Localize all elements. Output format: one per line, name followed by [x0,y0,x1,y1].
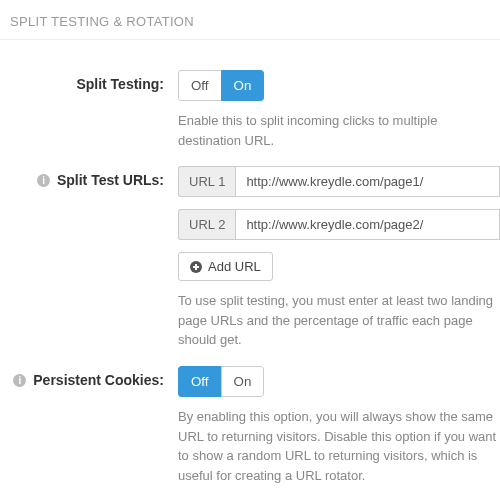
label-split-urls-text: Split Test URLs: [57,172,164,188]
control-split-urls: URL 1 URL 2 Add URL To use split testing… [178,166,500,350]
url-2-group: URL 2 [178,209,500,240]
help-split-urls: To use split testing, you must enter at … [178,291,500,350]
label-split-testing: Split Testing: [0,70,178,92]
persistent-cookies-off-button[interactable]: Off [178,366,222,397]
section-title: SPLIT TESTING & ROTATION [10,14,194,29]
url-1-group: URL 1 [178,166,500,197]
label-split-testing-text: Split Testing: [76,76,164,92]
label-persistent-cookies: i Persistent Cookies: [0,366,178,388]
url-2-input[interactable] [235,209,500,240]
control-split-testing: Off On Enable this to split incoming cli… [178,70,500,150]
url-1-addon: URL 1 [178,166,235,197]
label-split-urls: i Split Test URLs: [0,166,178,188]
control-persistent-cookies: Off On By enabling this option, you will… [178,366,500,485]
plus-circle-icon [190,261,202,273]
add-url-label: Add URL [208,259,261,274]
split-testing-off-button[interactable]: Off [178,70,222,101]
section-header: SPLIT TESTING & ROTATION [0,0,500,40]
info-icon[interactable]: i [13,374,26,387]
label-persistent-cookies-text: Persistent Cookies: [33,372,164,388]
row-persistent-cookies: i Persistent Cookies: Off On By enabling… [0,366,500,485]
row-split-testing: Split Testing: Off On Enable this to spl… [0,70,500,150]
add-url-button[interactable]: Add URL [178,252,273,281]
url-2-addon: URL 2 [178,209,235,240]
form-area: Split Testing: Off On Enable this to spl… [0,40,500,485]
help-split-testing: Enable this to split incoming clicks to … [178,111,500,150]
help-persistent-cookies: By enabling this option, you will always… [178,407,500,485]
url-1-input[interactable] [235,166,500,197]
toggle-persistent-cookies: Off On [178,366,264,397]
split-testing-on-button[interactable]: On [221,70,265,101]
info-icon[interactable]: i [37,174,50,187]
toggle-split-testing: Off On [178,70,264,101]
persistent-cookies-on-button[interactable]: On [221,366,265,397]
row-split-urls: i Split Test URLs: URL 1 URL 2 Add URL T… [0,166,500,350]
